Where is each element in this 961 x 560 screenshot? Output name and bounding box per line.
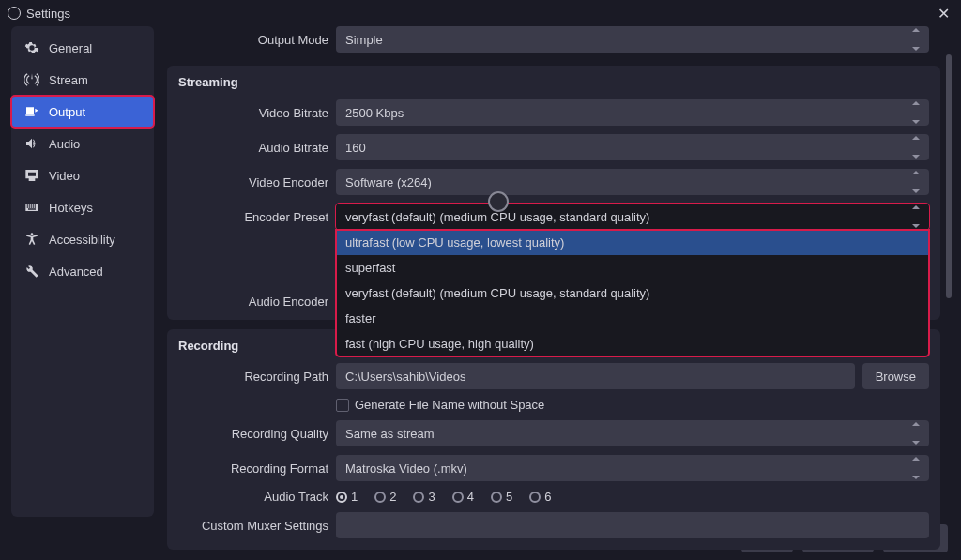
- accessibility-icon: [24, 232, 39, 247]
- audio-track-radio[interactable]: 4: [452, 490, 474, 504]
- antenna-icon: [24, 72, 39, 87]
- encoder-preset-label: Encoder Preset: [178, 210, 328, 224]
- recording-format-label: Recording Format: [178, 462, 328, 476]
- filename-no-space-checkbox[interactable]: [336, 399, 349, 412]
- titlebar: Settings ✕: [0, 0, 961, 26]
- output-icon: [24, 104, 39, 119]
- dropdown-option[interactable]: superfast: [336, 255, 929, 280]
- chevron-updown-icon: [908, 28, 923, 51]
- custom-muxer-input[interactable]: [336, 512, 929, 538]
- audio-track-radio[interactable]: 5: [491, 490, 512, 504]
- recording-path-label: Recording Path: [178, 370, 328, 384]
- video-bitrate-input[interactable]: 2500 Kbps: [336, 99, 929, 126]
- scrollbar[interactable]: [946, 54, 952, 298]
- pointer-knob-icon: [488, 191, 509, 212]
- window-title: Settings: [26, 7, 70, 21]
- chevron-updown-icon: [908, 136, 923, 159]
- encoder-preset-dropdown: ultrafast (low CPU usage, lowest quality…: [336, 230, 929, 356]
- recording-path-input[interactable]: C:\Users\sahib\Videos: [336, 363, 855, 389]
- sidebar-item-label: Hotkeys: [49, 201, 93, 215]
- audio-track-radio[interactable]: 6: [529, 490, 551, 504]
- sidebar-item-label: Video: [49, 169, 80, 183]
- dropdown-option[interactable]: ultrafast (low CPU usage, lowest quality…: [336, 230, 929, 255]
- chevron-updown-icon: [908, 422, 923, 445]
- chevron-updown-icon: [908, 101, 923, 124]
- output-mode-value: Simple: [345, 33, 383, 47]
- video-encoder-label: Video Encoder: [178, 175, 328, 189]
- output-mode-select[interactable]: Simple: [336, 26, 929, 53]
- sidebar-item-hotkeys[interactable]: Hotkeys: [11, 191, 154, 223]
- sidebar-item-audio[interactable]: Audio: [11, 128, 154, 159]
- dropdown-option[interactable]: fast (high CPU usage, high quality): [336, 331, 929, 356]
- sidebar-item-advanced[interactable]: Advanced: [11, 255, 154, 287]
- gear-icon: [24, 40, 39, 55]
- sidebar-item-video[interactable]: Video: [11, 159, 154, 191]
- sidebar-item-label: Output: [49, 105, 85, 119]
- filename-no-space-label: Generate File Name without Space: [355, 398, 544, 412]
- sidebar-item-general[interactable]: General: [11, 32, 154, 64]
- audio-track-radio-group: 1 2 3 4 5 6: [336, 490, 551, 504]
- sidebar-item-accessibility[interactable]: Accessibility: [11, 223, 154, 255]
- speaker-icon: [24, 136, 39, 151]
- sidebar-item-label: Advanced: [49, 265, 103, 279]
- dropdown-option[interactable]: faster: [336, 306, 929, 331]
- recording-format-value: Matroska Video (.mkv): [345, 462, 467, 476]
- tools-icon: [24, 264, 39, 279]
- recording-quality-select[interactable]: Same as stream: [336, 420, 929, 446]
- chevron-updown-icon: [908, 171, 923, 193]
- recording-quality-value: Same as stream: [345, 427, 435, 441]
- audio-bitrate-value: 160: [345, 141, 366, 155]
- output-mode-label: Output Mode: [178, 33, 328, 47]
- audio-encoder-label: Audio Encoder: [178, 295, 328, 309]
- chevron-updown-icon: [908, 205, 923, 228]
- sidebar-item-label: Accessibility: [49, 233, 115, 247]
- video-bitrate-label: Video Bitrate: [178, 106, 328, 120]
- dropdown-option[interactable]: veryfast (default) (medium CPU usage, st…: [336, 280, 929, 306]
- video-encoder-select[interactable]: Software (x264): [336, 169, 929, 195]
- audio-bitrate-label: Audio Bitrate: [178, 141, 328, 155]
- sidebar-item-output[interactable]: Output: [11, 96, 154, 128]
- monitor-icon: [24, 168, 39, 183]
- close-icon[interactable]: ✕: [934, 5, 953, 23]
- recording-section: Recording Recording Path C:\Users\sahib\…: [167, 329, 940, 550]
- custom-muxer-label: Custom Muxer Settings: [178, 519, 328, 533]
- sidebar: General Stream Output Audio Video Hotkey…: [11, 26, 154, 517]
- main-panel: Output Mode Simple Streaming Video Bitra…: [167, 26, 950, 517]
- keyboard-icon: [24, 200, 39, 215]
- audio-track-radio[interactable]: 1: [336, 490, 358, 504]
- browse-button[interactable]: Browse: [862, 363, 929, 389]
- sidebar-item-label: Audio: [49, 137, 80, 151]
- chevron-updown-icon: [908, 457, 923, 479]
- streaming-section: Streaming Video Bitrate 2500 Kbps Audio …: [167, 66, 940, 320]
- video-bitrate-value: 2500 Kbps: [345, 106, 404, 120]
- recording-quality-label: Recording Quality: [178, 427, 328, 441]
- audio-track-radio[interactable]: 3: [413, 490, 435, 504]
- video-encoder-value: Software (x264): [345, 175, 432, 189]
- recording-path-value: C:\Users\sahib\Videos: [345, 370, 465, 384]
- sidebar-item-stream[interactable]: Stream: [11, 64, 154, 96]
- app-icon: [8, 7, 21, 20]
- sidebar-item-label: General: [49, 41, 92, 55]
- encoder-preset-select[interactable]: veryfast (default) (medium CPU usage, st…: [336, 204, 929, 230]
- audio-track-label: Audio Track: [178, 490, 328, 504]
- streaming-title: Streaming: [178, 75, 929, 89]
- audio-bitrate-select[interactable]: 160: [336, 134, 929, 160]
- sidebar-item-label: Stream: [49, 73, 88, 87]
- recording-format-select[interactable]: Matroska Video (.mkv): [336, 455, 929, 481]
- audio-track-radio[interactable]: 2: [374, 490, 396, 504]
